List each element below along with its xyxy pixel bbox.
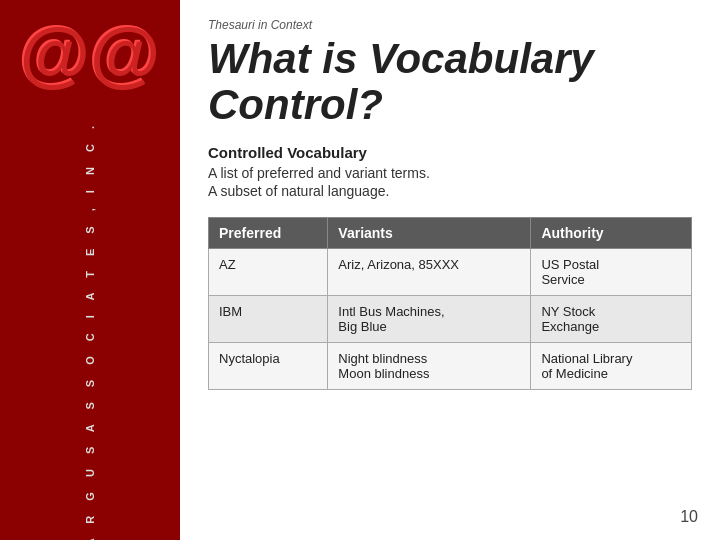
cell-variants: Intl Bus Machines,Big Blue	[328, 296, 531, 343]
col-variants: Variants	[328, 218, 531, 249]
cell-preferred: AZ	[209, 249, 328, 296]
brand-text: A R G U S A S S O C I A T E S , I N C .	[84, 120, 96, 540]
col-authority: Authority	[531, 218, 692, 249]
sidebar-brand: A R G U S A S S O C I A T E S , I N C .	[84, 110, 96, 540]
cell-authority: NY StockExchange	[531, 296, 692, 343]
subtitle: Thesauri in Context	[208, 18, 692, 32]
title-line2: Control?	[208, 81, 383, 128]
section-heading: Controlled Vocabulary	[208, 144, 692, 161]
title-line1: What is Vocabulary	[208, 35, 594, 82]
content-line1: A list of preferred and variant terms.	[208, 165, 692, 181]
table-header-row: Preferred Variants Authority	[209, 218, 692, 249]
at-symbol-icon: @@	[20, 18, 160, 90]
table-row: IBMIntl Bus Machines,Big BlueNY StockExc…	[209, 296, 692, 343]
main-content: Thesauri in Context What is Vocabulary C…	[180, 0, 720, 540]
cell-variants: Night blindnessMoon blindness	[328, 343, 531, 390]
content-line2: A subset of natural language.	[208, 183, 692, 199]
vocabulary-table: Preferred Variants Authority AZAriz, Ari…	[208, 217, 692, 390]
cell-preferred: Nyctalopia	[209, 343, 328, 390]
col-preferred: Preferred	[209, 218, 328, 249]
sidebar: @@ A R G U S A S S O C I A T E S , I N C…	[0, 0, 180, 540]
cell-variants: Ariz, Arizona, 85XXX	[328, 249, 531, 296]
cell-preferred: IBM	[209, 296, 328, 343]
cell-authority: National Libraryof Medicine	[531, 343, 692, 390]
page-number: 10	[680, 508, 698, 526]
cell-authority: US PostalService	[531, 249, 692, 296]
table-row: NyctalopiaNight blindnessMoon blindnessN…	[209, 343, 692, 390]
main-title: What is Vocabulary Control?	[208, 36, 692, 128]
table-row: AZAriz, Arizona, 85XXXUS PostalService	[209, 249, 692, 296]
